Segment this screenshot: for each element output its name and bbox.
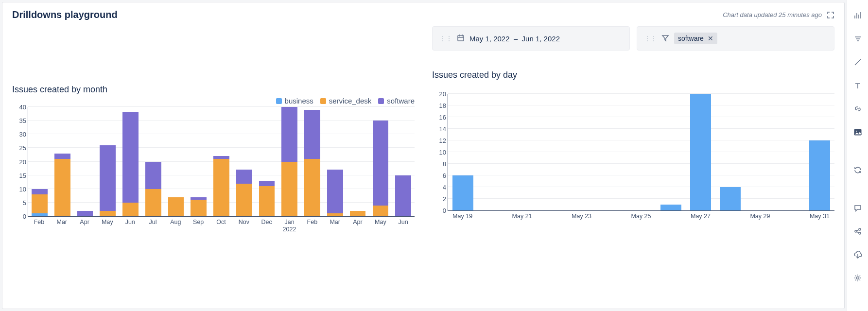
chart-icon[interactable] (851, 9, 865, 22)
date-range-filter[interactable]: ⋮⋮ May 1, 2022 – Jun 1, 2022 (432, 26, 630, 51)
charts-row: Issues created by month business service… (12, 26, 834, 297)
bar-segment[interactable] (32, 189, 48, 194)
bar-segment[interactable] (327, 170, 343, 213)
bar-segment[interactable] (809, 140, 830, 210)
chart-right-legend (432, 82, 834, 92)
bar-slot[interactable] (301, 107, 324, 216)
chart-left-plot: 0510152025303540 FebMarAprMayJunJulAugSe… (12, 107, 415, 233)
bar-slot[interactable] (597, 94, 626, 210)
bar-segment[interactable] (145, 189, 161, 216)
bar-segment[interactable] (259, 181, 275, 186)
bar-slot[interactable] (324, 107, 347, 216)
bar-segment[interactable] (373, 206, 389, 217)
bar-slot[interactable] (507, 94, 537, 210)
x-axis-label (477, 211, 507, 220)
line-icon[interactable] (851, 55, 865, 69)
bar-slot[interactable] (656, 94, 686, 210)
status-area: Chart data updated 25 minutes ago (723, 11, 834, 19)
drag-handle-icon[interactable]: ⋮⋮ (644, 35, 657, 42)
bar-slot[interactable] (256, 107, 278, 216)
fullscreen-icon[interactable] (827, 11, 834, 19)
bar-slot[interactable] (805, 94, 834, 210)
bar-slot[interactable] (187, 107, 210, 216)
refresh-icon[interactable] (851, 163, 865, 177)
bar-slot[interactable] (537, 94, 567, 210)
bar-segment[interactable] (32, 213, 48, 216)
bar-slot[interactable] (392, 107, 415, 216)
filter-icon (661, 34, 669, 43)
bar-segment[interactable] (720, 187, 741, 210)
side-toolbar (847, 0, 868, 311)
bar-segment[interactable] (373, 121, 389, 205)
bar-segment[interactable] (395, 175, 411, 216)
bar-slot[interactable] (567, 94, 597, 210)
bar-segment[interactable] (32, 194, 48, 213)
bar-slot[interactable] (96, 107, 119, 216)
bar-slot[interactable] (347, 107, 369, 216)
bar-segment[interactable] (236, 170, 252, 183)
bar-slot[interactable] (278, 107, 301, 216)
bar-slot[interactable] (142, 107, 165, 216)
bar-slot[interactable] (74, 107, 97, 216)
settings-icon[interactable] (851, 271, 865, 285)
comment-icon[interactable] (851, 201, 865, 215)
bar-segment[interactable] (168, 197, 184, 216)
bar-segment[interactable] (145, 162, 161, 189)
bar-slot[interactable] (478, 94, 507, 210)
text-icon[interactable] (851, 79, 865, 92)
bar-slot[interactable] (369, 107, 392, 216)
link-icon[interactable] (851, 102, 865, 116)
bar-slot[interactable] (626, 94, 656, 210)
bar-segment[interactable] (122, 203, 139, 216)
bar-segment[interactable] (350, 211, 366, 216)
bar-segment[interactable] (191, 200, 207, 216)
drag-handle-icon[interactable]: ⋮⋮ (439, 35, 452, 42)
bar-segment[interactable] (54, 154, 70, 159)
x-axis-label (656, 211, 686, 220)
bar-slot[interactable] (210, 107, 233, 216)
bar-slot[interactable] (28, 107, 51, 216)
image-icon[interactable] (851, 125, 865, 139)
bar-segment[interactable] (690, 94, 711, 210)
bar-slot[interactable] (233, 107, 256, 216)
bar-slot[interactable] (119, 107, 142, 216)
share-icon[interactable] (851, 225, 865, 238)
x-axis-label: May 25 (626, 211, 656, 220)
bar-slot[interactable] (746, 94, 775, 210)
bar-segment[interactable] (100, 211, 116, 216)
bar-slot[interactable] (51, 107, 74, 216)
bar-segment[interactable] (259, 186, 275, 216)
bar-segment[interactable] (236, 184, 252, 217)
bar-slot[interactable] (775, 94, 805, 210)
bar-segment[interactable] (327, 213, 343, 216)
download-icon[interactable] (851, 248, 865, 261)
tag-filter[interactable]: ⋮⋮ software ✕ (637, 26, 834, 51)
bar-segment[interactable] (452, 175, 473, 210)
bar-segment[interactable] (77, 211, 93, 216)
bar-segment[interactable] (100, 145, 116, 211)
bar-slot[interactable] (165, 107, 188, 216)
legend-item-software[interactable]: software (378, 97, 415, 105)
legend-label: business (285, 97, 313, 105)
svg-point-3 (855, 230, 857, 232)
bar-segment[interactable] (54, 159, 70, 216)
x-axis-label: Jun (392, 217, 415, 233)
x-axis-label: Nov (232, 217, 255, 233)
bar-segment[interactable] (213, 159, 229, 216)
legend-item-service-desk[interactable]: service_desk (320, 97, 372, 105)
bar-segment[interactable] (304, 159, 320, 216)
bar-slot[interactable] (715, 94, 745, 210)
chip-remove-icon[interactable]: ✕ (708, 35, 713, 42)
svg-point-6 (856, 277, 859, 279)
bar-slot[interactable] (686, 94, 715, 210)
bar-slot[interactable] (448, 94, 478, 210)
bar-segment[interactable] (281, 107, 297, 162)
legend-item-business[interactable]: business (276, 97, 313, 105)
x-axis-label (775, 211, 805, 220)
bar-segment[interactable] (122, 112, 139, 203)
x-axis-label: May 27 (686, 211, 715, 220)
bar-segment[interactable] (660, 205, 681, 210)
filter-icon[interactable] (851, 32, 865, 46)
bar-segment[interactable] (304, 110, 320, 159)
bar-segment[interactable] (281, 162, 297, 217)
